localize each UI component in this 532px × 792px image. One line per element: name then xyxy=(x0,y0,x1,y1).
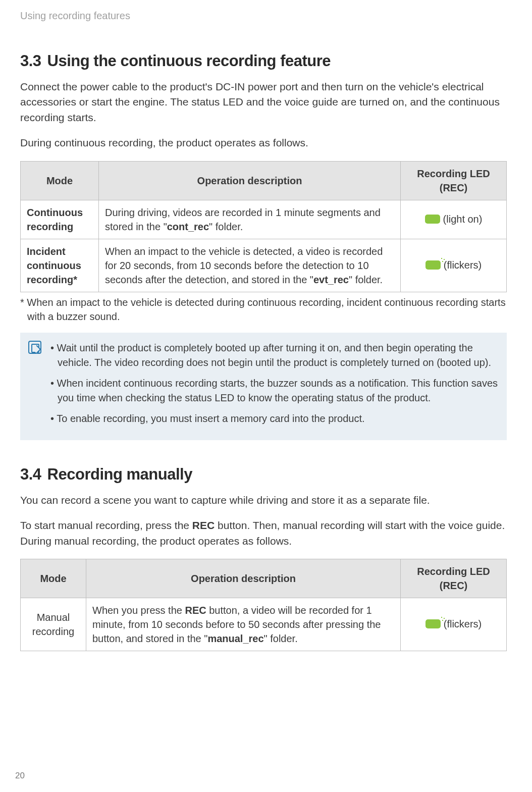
th-led: Recording LED (REC) xyxy=(401,559,507,598)
rec-label: REC xyxy=(192,519,215,531)
led-on-icon xyxy=(425,215,440,224)
led-cell: (flickers) xyxy=(401,598,507,651)
led-cell: (light on) xyxy=(401,200,507,239)
page-header: Using recording features xyxy=(20,10,507,22)
mode-cell: Incident continuous recording* xyxy=(21,239,99,292)
section-3-4-para2: To start manual recording, press the REC… xyxy=(20,518,507,549)
desc-text: " folder. xyxy=(264,633,298,644)
desc-text: When you press the xyxy=(92,605,185,616)
led-flicker-icon xyxy=(425,619,441,628)
table-row: Continuous recording During driving, vid… xyxy=(21,200,507,239)
section-3-3-heading: 3.3Using the continuous recording featur… xyxy=(20,52,507,70)
continuous-recording-table: Mode Operation description Recording LED… xyxy=(20,161,507,292)
manual-recording-table: Mode Operation description Recording LED… xyxy=(20,559,507,651)
mode-cell: Manual recording xyxy=(21,598,86,651)
para-text: To start manual recording, press the xyxy=(20,519,192,531)
note-item: When incident continuous recording start… xyxy=(50,376,498,405)
led-label: (flickers) xyxy=(444,617,482,631)
section-3-4-para1: You can record a scene you want to captu… xyxy=(20,493,507,508)
section-3-4-heading: 3.4Recording manually xyxy=(20,465,507,484)
mode-cell: Continuous recording xyxy=(21,200,99,239)
folder-name: manual_rec xyxy=(207,633,263,644)
table-row: Manual recording When you press the REC … xyxy=(21,598,507,651)
th-mode: Mode xyxy=(21,559,86,598)
th-desc: Operation description xyxy=(86,559,401,598)
desc-cell: When you press the REC button, a video w… xyxy=(86,598,401,651)
page-number: 20 xyxy=(15,771,25,781)
th-led: Recording LED (REC) xyxy=(401,161,507,200)
led-label: (flickers) xyxy=(444,258,482,272)
th-desc: Operation description xyxy=(99,161,401,200)
th-mode: Mode xyxy=(21,161,99,200)
section-title: Using the continuous recording feature xyxy=(47,52,331,70)
led-flicker-icon xyxy=(425,260,441,270)
note-icon xyxy=(28,341,41,354)
folder-name: evt_rec xyxy=(313,274,349,285)
desc-cell: During driving, videos are recorded in 1… xyxy=(99,200,401,239)
folder-name: cont_rec xyxy=(167,221,209,232)
desc-cell: When an impact to the vehicle is detecte… xyxy=(99,239,401,292)
note-box: Wait until the product is completely boo… xyxy=(20,333,507,440)
led-label: (light on) xyxy=(443,212,483,226)
table-row: Incident continuous recording* When an i… xyxy=(21,239,507,292)
note-item: To enable recording, you must insert a m… xyxy=(50,411,498,426)
desc-text: " folder. xyxy=(209,221,243,232)
section-title: Recording manually xyxy=(47,465,192,483)
section-3-3-para1: Connect the power cable to the product's… xyxy=(20,79,507,125)
rec-label: REC xyxy=(185,605,206,616)
note-item: Wait until the product is completely boo… xyxy=(50,341,498,370)
footnote: * When an impact to the vehicle is detec… xyxy=(20,295,507,324)
desc-text: " folder. xyxy=(349,274,383,285)
section-number: 3.4 xyxy=(20,465,41,483)
section-3-3-para2: During continuous recording, the product… xyxy=(20,135,507,150)
led-cell: (flickers) xyxy=(401,239,507,292)
section-number: 3.3 xyxy=(20,52,41,70)
